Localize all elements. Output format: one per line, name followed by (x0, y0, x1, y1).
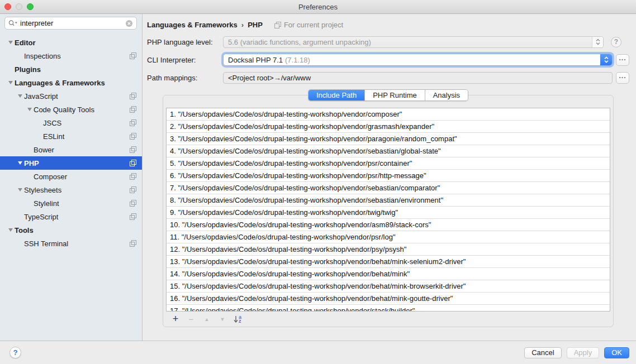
remove-path-button[interactable]: − (187, 314, 196, 324)
breadcrumb-page: PHP (248, 21, 263, 29)
expand-arrow-icon[interactable] (7, 41, 15, 44)
include-path-row[interactable]: 6. "/Users/opdavies/Code/os/drupal-testi… (167, 170, 610, 182)
select-stepper-icon[interactable] (592, 37, 603, 47)
include-path-row[interactable]: 11. "/Users/opdavies/Code/os/drupal-test… (167, 231, 610, 243)
path-mappings-field[interactable]: <Project root>→/var/www (223, 72, 613, 84)
apply-button[interactable]: Apply (567, 347, 600, 358)
expand-arrow-icon[interactable] (26, 108, 34, 111)
include-path-row[interactable]: 15. "/Users/opdavies/Code/os/drupal-test… (167, 280, 610, 293)
search-icon[interactable] (8, 20, 18, 27)
include-path-row[interactable]: 4. "/Users/opdavies/Code/os/drupal-testi… (167, 145, 610, 157)
include-path-row[interactable]: 13. "/Users/opdavies/Code/os/drupal-test… (167, 256, 610, 268)
sidebar-item-label: Code Quality Tools (34, 106, 94, 114)
sidebar-item-plugins[interactable]: Plugins (0, 63, 142, 76)
include-path-row[interactable]: 9. "/Users/opdavies/Code/os/drupal-testi… (167, 207, 610, 219)
sidebar-item-label: SSH Terminal (24, 240, 68, 248)
sidebar-item-stylelint[interactable]: Stylelint (0, 197, 142, 210)
sidebar-item-label: JavaScript (24, 92, 58, 100)
include-path-row[interactable]: 8. "/Users/opdavies/Code/os/drupal-testi… (167, 194, 610, 207)
sidebar-item-ssh-terminal[interactable]: SSH Terminal (0, 237, 142, 250)
minimize-window-button[interactable] (16, 3, 22, 10)
sidebar-item-label: Composer (34, 173, 67, 181)
settings-sidebar: EditorInspectionsPluginsLanguages & Fram… (0, 14, 143, 341)
per-project-settings-icon (130, 133, 136, 140)
breadcrumb-separator-icon: › (241, 21, 244, 29)
breadcrumb: Languages & Frameworks › PHP For current… (147, 20, 629, 30)
tab-analysis[interactable]: Analysis (425, 90, 468, 100)
sidebar-item-label: TypeScript (24, 213, 58, 221)
language-level-select[interactable]: 5.6 (variadic functions, argument unpack… (223, 36, 604, 48)
sidebar-item-editor[interactable]: Editor (0, 36, 142, 49)
sidebar-item-eslint[interactable]: ESLint (0, 130, 142, 143)
include-path-list: 1. "/Users/opdavies/Code/os/drupal-testi… (166, 108, 610, 312)
cli-interpreter-value: Docksal PHP 7.1 (228, 56, 283, 64)
sidebar-item-stylesheets[interactable]: Stylesheets (0, 183, 142, 197)
per-project-settings-icon (130, 240, 136, 247)
edit-path-mappings-button[interactable]: ... (616, 72, 629, 84)
browse-interpreters-button[interactable]: ... (616, 54, 629, 66)
sidebar-item-typescript[interactable]: TypeScript (0, 210, 142, 223)
language-level-row: PHP language level: 5.6 (variadic functi… (147, 36, 629, 48)
add-path-button[interactable]: + (171, 314, 180, 324)
tab-php-runtime[interactable]: PHP Runtime (365, 90, 425, 100)
include-path-row[interactable]: 3. "/Users/opdavies/Code/os/drupal-testi… (167, 133, 610, 145)
help-button[interactable]: ? (10, 347, 21, 358)
sidebar-item-label: Languages & Frameworks (15, 79, 105, 87)
include-path-row[interactable]: 1. "/Users/opdavies/Code/os/drupal-testi… (167, 108, 610, 121)
cli-interpreter-version: (7.1.18) (285, 56, 310, 64)
search-field[interactable] (4, 17, 137, 30)
ok-button[interactable]: OK (604, 347, 629, 358)
sidebar-item-languages-frameworks[interactable]: Languages & Frameworks (0, 76, 142, 89)
sidebar-item-javascript[interactable]: JavaScript (0, 89, 142, 103)
per-project-settings-icon (130, 52, 136, 59)
search-area (0, 14, 142, 31)
expand-arrow-icon[interactable] (7, 228, 15, 232)
sidebar-item-bower[interactable]: Bower (0, 143, 142, 156)
move-up-button[interactable]: ▲ (202, 314, 211, 324)
include-path-row[interactable]: 17. "/Users/opdavies/Code/os/drupal-test… (167, 305, 610, 312)
sort-letters: a z (239, 315, 241, 323)
expand-arrow-icon[interactable] (16, 94, 24, 98)
scope-indicator: For current project (274, 21, 343, 29)
include-path-row[interactable]: 5. "/Users/opdavies/Code/os/drupal-testi… (167, 157, 610, 170)
preferences-window: Preferences EditorInspectionsPluginsLang… (0, 0, 636, 364)
sort-alphabetically-button[interactable]: a z (234, 314, 241, 324)
sidebar-item-inspections[interactable]: Inspections (0, 49, 142, 63)
sidebar-item-composer[interactable]: Composer (0, 170, 142, 183)
path-mappings-label: Path mappings: (147, 74, 223, 82)
sidebar-item-tools[interactable]: Tools (0, 223, 142, 237)
search-input[interactable] (18, 19, 125, 27)
cancel-button[interactable]: Cancel (524, 347, 561, 358)
select-stepper-icon[interactable] (600, 54, 612, 65)
per-project-settings-icon (130, 106, 136, 113)
context-help-icon[interactable]: ? (611, 37, 621, 47)
zoom-window-button[interactable] (27, 3, 34, 10)
sidebar-tree: EditorInspectionsPluginsLanguages & Fram… (0, 36, 142, 250)
include-path-row[interactable]: 2. "/Users/opdavies/Code/os/drupal-testi… (167, 121, 610, 133)
window-title: Preferences (298, 3, 338, 11)
breadcrumb-section[interactable]: Languages & Frameworks (147, 21, 238, 29)
sidebar-item-php[interactable]: PHP (0, 156, 142, 170)
sidebar-item-code-quality-tools[interactable]: Code Quality Tools (0, 103, 142, 116)
cli-interpreter-select[interactable]: Docksal PHP 7.1 (7.1.18) (223, 54, 613, 66)
per-project-settings-icon (130, 200, 136, 207)
close-window-button[interactable] (4, 3, 11, 10)
clear-search-icon[interactable] (125, 20, 133, 27)
tab-include-path[interactable]: Include Path (308, 90, 365, 100)
window-controls (4, 0, 34, 13)
include-path-row[interactable]: 10. "/Users/opdavies/Code/os/drupal-test… (167, 219, 610, 231)
sidebar-item-label: Editor (15, 39, 36, 47)
expand-arrow-icon[interactable] (7, 81, 15, 84)
sidebar-item-label: ESLint (43, 132, 64, 141)
sidebar-item-jscs[interactable]: JSCS (0, 116, 142, 130)
include-path-row[interactable]: 12. "/Users/opdavies/Code/os/drupal-test… (167, 243, 610, 256)
include-path-groupbox: 1. "/Users/opdavies/Code/os/drupal-testi… (163, 95, 614, 327)
move-down-button[interactable]: ▼ (218, 314, 227, 324)
expand-arrow-icon[interactable] (16, 188, 24, 191)
sidebar-item-label: JSCS (43, 119, 61, 127)
include-path-row[interactable]: 16. "/Users/opdavies/Code/os/drupal-test… (167, 293, 610, 305)
include-path-row[interactable]: 7. "/Users/opdavies/Code/os/drupal-testi… (167, 182, 610, 194)
include-path-row[interactable]: 14. "/Users/opdavies/Code/os/drupal-test… (167, 268, 610, 280)
per-project-settings-icon (130, 93, 136, 99)
expand-arrow-icon[interactable] (16, 161, 24, 165)
